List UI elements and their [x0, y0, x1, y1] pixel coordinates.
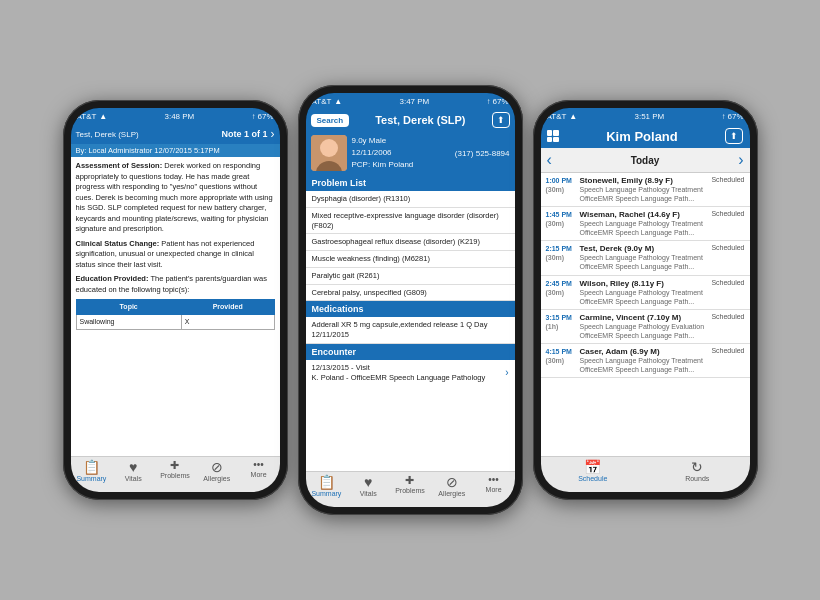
tab-problems-1[interactable]: ✚ Problems: [154, 460, 196, 490]
education-text: Education Provided: The patient's parent…: [76, 274, 275, 295]
author: By: Local Administrator: [76, 146, 153, 155]
patient-name-1: Test, Derek (SLP): [76, 130, 139, 139]
appt-type-3: Speech Language Pathology TreatmentOffic…: [580, 253, 708, 271]
share-button-3[interactable]: ⬆: [725, 128, 743, 144]
patient-content: Problem List Dysphagia (disorder) (R1310…: [306, 175, 515, 471]
more-icon-2: •••: [488, 475, 499, 485]
note-date: 12/07/2015 5:17PM: [154, 146, 219, 155]
patient-details: 9.0y Male 12/11/2006 PCP: Kim Poland: [352, 135, 414, 171]
rounds-icon: ↻: [691, 460, 703, 474]
schedule-item-6: 4:15 PM(30m) Caser, Adam (6.9y M) Speech…: [541, 344, 750, 378]
time-1: 3:48 PM: [164, 112, 194, 121]
tab-schedule-label: Schedule: [578, 475, 607, 482]
share-button[interactable]: ⬆: [492, 112, 510, 128]
assessment-text: Assessment of Session: Derek worked on r…: [76, 161, 275, 235]
status-5: Scheduled: [711, 313, 744, 340]
tab-bar-3: 📅 Schedule ↻ Rounds: [541, 456, 750, 492]
chevron-right-icon-2[interactable]: ›: [505, 366, 508, 380]
wifi-icon-2: ▲: [334, 97, 342, 106]
chevron-right-icon-1[interactable]: ›: [271, 127, 275, 141]
signal-icon-2: ↑: [486, 97, 490, 106]
tab-vitals-1[interactable]: ♥ Vitals: [112, 460, 154, 490]
svg-point-1: [320, 139, 338, 157]
provided-cell: X: [181, 314, 274, 329]
allergies-icon-1: ⊘: [211, 460, 223, 474]
encounter-date: 12/13/2015 - Visit: [312, 363, 486, 374]
time-slot-2: 1:45 PM(30m): [546, 210, 576, 237]
time-slot-3: 2:15 PM(30m): [546, 244, 576, 271]
patient-age-gender: 9.0y Male: [352, 135, 414, 147]
patient-name-s3: Test, Derek (9.0y M): [580, 244, 708, 253]
problems-icon-1: ✚: [170, 460, 179, 471]
schedule-content: 1:00 PM(30m) Stonewell, Emily (8.9y F) S…: [541, 173, 750, 456]
time-slot-4: 2:45 PM(30m): [546, 279, 576, 306]
phone-1: AT&T ▲ 3:48 PM ↑ 67% Test, Derek (SLP) N…: [63, 100, 288, 500]
status-2: Scheduled: [711, 210, 744, 237]
tab-summary-label-1: Summary: [76, 475, 106, 482]
medications-header: Medications: [306, 301, 515, 317]
search-bar: Search Test, Derek (SLP) ⬆: [306, 109, 515, 131]
status-4: Scheduled: [711, 279, 744, 306]
tab-rounds[interactable]: ↻ Rounds: [645, 460, 750, 490]
carrier-2: AT&T: [312, 97, 332, 106]
wifi-icon-3: ▲: [569, 112, 577, 121]
col-provided: Provided: [181, 300, 274, 315]
tab-more-label-1: More: [251, 471, 267, 478]
tab-vitals-2[interactable]: ♥ Vitals: [347, 475, 389, 505]
tab-schedule[interactable]: 📅 Schedule: [541, 460, 646, 490]
appt-type-1: Speech Language Pathology TreatmentOffic…: [580, 185, 708, 203]
tab-allergies-2[interactable]: ⊘ Allergies: [431, 475, 473, 505]
patient-name-s2: Wiseman, Rachel (14.6y F): [580, 210, 708, 219]
patient-name-s4: Wilson, Riley (8.11y F): [580, 279, 708, 288]
time-3: 3:51 PM: [634, 112, 664, 121]
battery-3: 67%: [727, 112, 743, 121]
details-5: Carmine, Vincent (7.10y M) Speech Langua…: [580, 313, 708, 340]
problem-item-5: Paralytic gait (R261): [306, 268, 515, 285]
more-icon-1: •••: [253, 460, 264, 470]
patient-name-s1: Stonewell, Emily (8.9y F): [580, 176, 708, 185]
screenshot-container: AT&T ▲ 3:48 PM ↑ 67% Test, Derek (SLP) N…: [0, 0, 820, 600]
tab-more-2[interactable]: ••• More: [473, 475, 515, 505]
details-2: Wiseman, Rachel (14.6y F) Speech Languag…: [580, 210, 708, 237]
tab-problems-label-1: Problems: [160, 472, 190, 479]
tab-more-label-2: More: [486, 486, 502, 493]
tab-summary-1[interactable]: 📋 Summary: [71, 460, 113, 490]
signal-icon-1: ↑: [251, 112, 255, 121]
note-subheader: By: Local Administrator 12/07/2015 5:17P…: [71, 144, 280, 157]
time-2: 3:47 PM: [399, 97, 429, 106]
status-6: Scheduled: [711, 347, 744, 374]
today-bar: ‹ Today ›: [541, 148, 750, 173]
encounter-provider: K. Poland - OfficeEMR Speech Language Pa…: [312, 373, 486, 384]
patient-title: Test, Derek (SLP): [353, 114, 487, 126]
tab-more-1[interactable]: ••• More: [238, 460, 280, 490]
prev-day-button[interactable]: ‹: [547, 151, 552, 169]
today-label: Today: [631, 155, 660, 166]
schedule-item-4: 2:45 PM(30m) Wilson, Riley (8.11y F) Spe…: [541, 276, 750, 310]
vitals-icon-1: ♥: [129, 460, 137, 474]
topic-cell: Swallowing: [76, 314, 181, 329]
time-slot-1: 1:00 PM(30m): [546, 176, 576, 203]
note-label: Note 1 of 1: [221, 129, 267, 139]
next-day-button[interactable]: ›: [738, 151, 743, 169]
problems-icon-2: ✚: [405, 475, 414, 486]
education-table: Topic Provided Swallowing X: [76, 299, 275, 330]
appt-type-4: Speech Language Pathology TreatmentOffic…: [580, 288, 708, 306]
encounter-header: Encounter: [306, 344, 515, 360]
battery-1: 67%: [257, 112, 273, 121]
tab-summary-2[interactable]: 📋 Summary: [306, 475, 348, 505]
encounter-item-1: 12/13/2015 - Visit K. Poland - OfficeEMR…: [306, 360, 515, 387]
carrier-3: AT&T: [547, 112, 567, 121]
status-3: Scheduled: [711, 244, 744, 271]
table-row: Swallowing X: [76, 314, 274, 329]
tab-allergies-1[interactable]: ⊘ Allergies: [196, 460, 238, 490]
battery-2: 67%: [492, 97, 508, 106]
tab-problems-label-2: Problems: [395, 487, 425, 494]
carrier-1: AT&T: [77, 112, 97, 121]
search-button[interactable]: Search: [311, 114, 350, 127]
schedule-item-2: 1:45 PM(30m) Wiseman, Rachel (14.6y F) S…: [541, 207, 750, 241]
tab-problems-2[interactable]: ✚ Problems: [389, 475, 431, 505]
wifi-icon-1: ▲: [99, 112, 107, 121]
grid-icon[interactable]: [547, 130, 559, 142]
problem-item-3: Gastroesophageal reflux disease (disorde…: [306, 234, 515, 251]
tab-bar-2: 📋 Summary ♥ Vitals ✚ Problems ⊘ Allergie…: [306, 471, 515, 507]
